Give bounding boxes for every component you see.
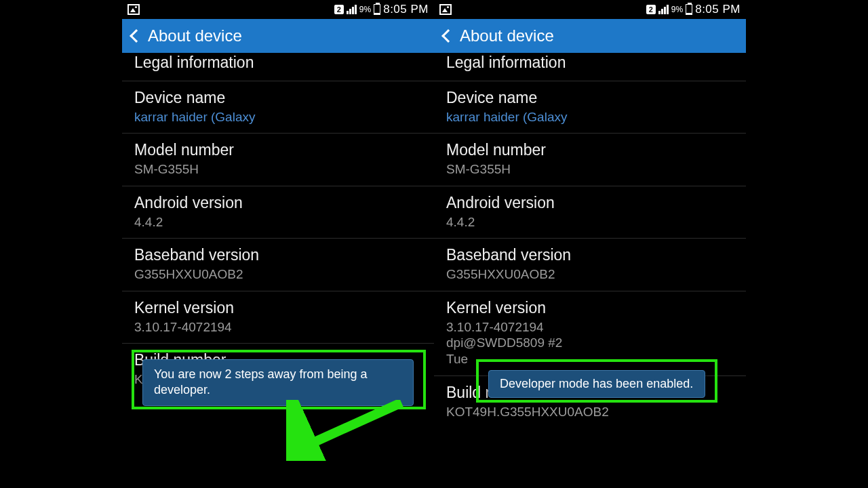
row-legal-information[interactable]: Legal information xyxy=(122,53,434,81)
phone-left: 2 9% 8:05 PM About device Legal informat… xyxy=(122,0,434,488)
clock: 8:05 PM xyxy=(383,3,429,16)
row-label: Baseband version xyxy=(446,245,734,265)
row-device-name[interactable]: Device name karrar haider (Galaxy xyxy=(122,81,434,134)
row-value: G355HXXU0AOB2 xyxy=(134,266,422,283)
page-title: About device xyxy=(148,26,242,45)
row-label: Baseband version xyxy=(134,245,422,265)
row-android-version[interactable]: Android version 4.4.2 xyxy=(434,186,746,239)
row-value: 3.10.17-4072194 dpi@SWDD5809 #2 Tue xyxy=(446,319,734,367)
back-icon[interactable] xyxy=(441,29,455,43)
title-bar[interactable]: About device xyxy=(434,19,746,53)
row-value: KOT49H.G355HXXU0AOB2 xyxy=(446,404,734,420)
row-label: Android version xyxy=(134,193,422,213)
row-value: karrar haider (Galaxy xyxy=(446,109,734,125)
clock: 8:05 PM xyxy=(695,3,741,16)
row-label: Model number xyxy=(134,140,422,160)
row-label: Kernel version xyxy=(134,298,422,318)
row-model-number[interactable]: Model number SM-G355H xyxy=(122,134,434,186)
row-value: 3.10.17-4072194 xyxy=(134,319,422,336)
battery-percent: 9% xyxy=(671,5,683,14)
toast-text: Developer mode has been enabled. xyxy=(500,377,693,390)
picture-icon xyxy=(127,4,140,15)
settings-list[interactable]: Legal information Device name karrar hai… xyxy=(434,53,746,488)
row-label: Device name xyxy=(134,88,422,108)
picture-icon xyxy=(439,4,452,15)
phone-right: 2 9% 8:05 PM About device Legal informat… xyxy=(434,0,746,488)
row-value: SM-G355H xyxy=(134,161,422,178)
battery-icon xyxy=(686,4,692,15)
page-title: About device xyxy=(460,26,554,45)
row-label: Android version xyxy=(446,193,734,213)
back-icon[interactable] xyxy=(130,29,143,43)
row-label: Kernel version xyxy=(446,298,734,318)
title-bar[interactable]: About device xyxy=(122,19,434,53)
toast-developer-enabled: Developer mode has been enabled. xyxy=(488,370,705,398)
status-bar: 2 9% 8:05 PM xyxy=(122,0,434,19)
signal-icon xyxy=(658,5,669,14)
row-kernel-version[interactable]: Kernel version 3.10.17-4072194 dpi@SWDD5… xyxy=(434,291,746,376)
row-model-number[interactable]: Model number SM-G355H xyxy=(434,134,746,186)
sim-indicator: 2 xyxy=(334,5,344,14)
battery-percent: 9% xyxy=(359,5,371,14)
row-value: 4.4.2 xyxy=(134,214,422,230)
row-label: Legal information xyxy=(134,53,422,73)
row-value: SM-G355H xyxy=(446,161,734,178)
row-value: G355HXXU0AOB2 xyxy=(446,266,734,283)
row-label: Device name xyxy=(446,88,734,108)
row-label: Model number xyxy=(446,140,734,160)
row-label: Legal information xyxy=(446,53,734,73)
status-bar: 2 9% 8:05 PM xyxy=(434,0,746,19)
row-android-version[interactable]: Android version 4.4.2 xyxy=(122,186,434,239)
row-legal-information[interactable]: Legal information xyxy=(434,53,746,81)
signal-icon xyxy=(347,5,357,14)
row-value: 4.4.2 xyxy=(446,214,734,230)
row-baseband-version[interactable]: Baseband version G355HXXU0AOB2 xyxy=(434,239,746,291)
sim-indicator: 2 xyxy=(646,5,656,14)
battery-icon xyxy=(374,4,380,15)
row-value: karrar haider (Galaxy xyxy=(134,109,422,125)
row-kernel-version[interactable]: Kernel version 3.10.17-4072194 xyxy=(122,291,434,344)
toast-developer-steps: You are now 2 steps away from being a de… xyxy=(142,359,414,406)
settings-list[interactable]: Legal information Device name karrar hai… xyxy=(122,53,434,488)
toast-text: You are now 2 steps away from being a de… xyxy=(154,367,368,396)
row-baseband-version[interactable]: Baseband version G355HXXU0AOB2 xyxy=(122,239,434,291)
row-device-name[interactable]: Device name karrar haider (Galaxy xyxy=(434,81,746,134)
